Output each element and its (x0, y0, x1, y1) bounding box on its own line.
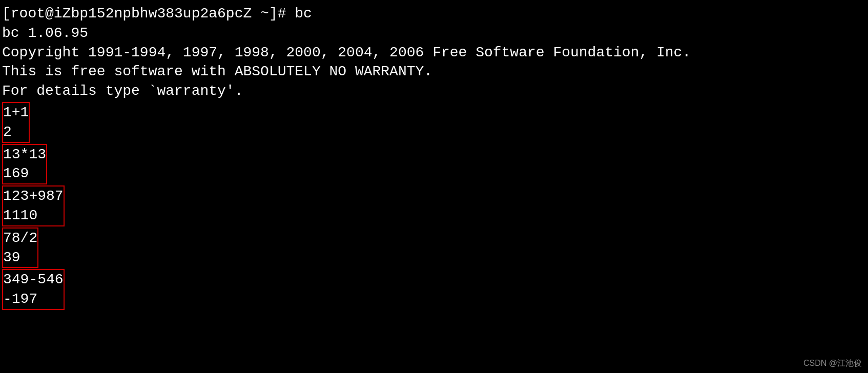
calc5-block: 349-546 -197 (2, 269, 65, 310)
calc1-block: 1+1 2 (2, 102, 30, 143)
calc3-input: 123+987 (3, 186, 64, 206)
calc2-input: 13*13 (3, 145, 46, 164)
calc1-output: 2 (3, 122, 29, 142)
calc4-output: 39 (3, 248, 37, 267)
calc1-input: 1+1 (3, 103, 29, 122)
warranty-line: This is free software with ABSOLUTELY NO… (2, 62, 866, 81)
prompt-line: [root@iZbp152npbhw383up2a6pcZ ~]# bc (2, 4, 866, 24)
watermark: CSDN @江池俊 (803, 358, 862, 369)
calc4-input: 78/2 (3, 229, 37, 248)
calc3-output: 1110 (3, 206, 64, 225)
calc2-block: 13*13 169 (2, 144, 47, 185)
calc3-block: 123+987 1110 (2, 185, 65, 226)
copyright-line: Copyright 1991-1994, 1997, 1998, 2000, 2… (2, 43, 866, 63)
details-line: For details type `warranty'. (2, 81, 866, 101)
calc2-output: 169 (3, 164, 46, 183)
calc5-input: 349-546 (3, 270, 64, 289)
terminal-window: [root@iZbp152npbhw383up2a6pcZ ~]# bc bc … (0, 0, 868, 314)
calc4-block: 78/2 39 (2, 227, 38, 268)
calc5-output: -197 (3, 289, 64, 309)
version-line: bc 1.06.95 (2, 24, 866, 43)
